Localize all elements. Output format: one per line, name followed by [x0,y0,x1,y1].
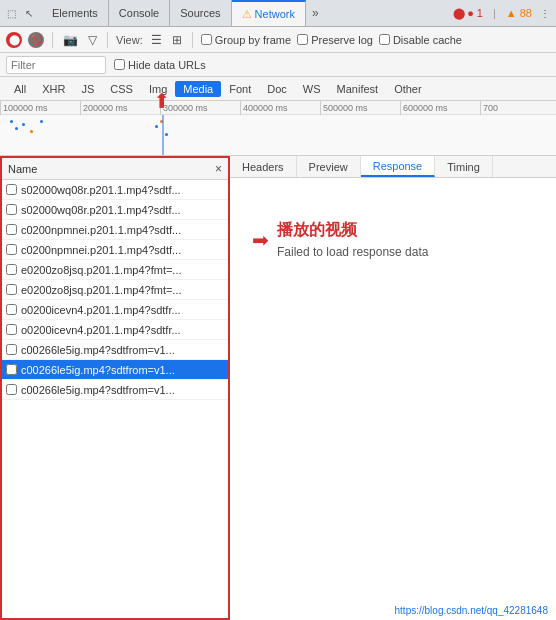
list-item-checkbox-5[interactable] [6,284,17,295]
list-item-name-1: s02000wq08r.p201.1.mp4?sdtf... [21,204,224,216]
toolbar: ⬤ 🚫 📷 ▽ View: ☰ ⊞ Group by frame Preserv… [0,27,556,53]
timeline: 100000 ms 200000 ms 300000 ms 400000 ms … [0,101,556,156]
tab-other[interactable]: Other [386,81,430,97]
record-button[interactable]: ⬤ [6,32,22,48]
filter-icon[interactable]: ▽ [86,31,99,49]
top-bar-right: ⬤ ● 1 | ▲ 88 ⋮ [447,6,552,20]
list-item-checkbox-10[interactable] [6,384,17,395]
timeline-ruler: 100000 ms 200000 ms 300000 ms 400000 ms … [0,101,556,115]
right-tabs: Headers Preview Response Timing [230,156,556,178]
group-by-frame-checkbox[interactable] [201,34,212,45]
right-tab-preview[interactable]: Preview [297,156,361,177]
list-item-name-3: c0200npmnei.p201.1.mp4?sdtf... [21,244,224,256]
list-item-name-7: o0200icevn4.p201.1.mp4?sdtfr... [21,324,224,336]
annotation-arrow: ➡ [252,228,269,252]
list-item[interactable]: o0200icevn4.p201.1.mp4?sdtfr... [2,320,228,340]
list-header: Name × [2,158,228,180]
list-item[interactable]: e0200zo8jsq.p201.1.mp4?fmt=... [2,280,228,300]
list-item-name-2: c0200npmnei.p201.1.mp4?sdtf... [21,224,224,236]
error-badge: ⬤ ● 1 [453,7,483,20]
tab-media[interactable]: Media [175,81,221,97]
list-item-name-6: o0200icevn4.p201.1.mp4?sdtfr... [21,304,224,316]
list-item-name-9: c00266le5ig.mp4?sdtfrom=v1... [21,364,224,376]
tab-doc[interactable]: Doc [259,81,295,97]
list-item-name-8: c00266le5ig.mp4?sdtfrom=v1... [21,344,224,356]
timeline-mark-6: 700 [480,101,498,115]
tab-ws[interactable]: WS [295,81,329,97]
group-by-frame-label[interactable]: Group by frame [201,34,291,46]
inspect-icon[interactable]: ↖ [22,6,36,20]
list-item-checkbox-4[interactable] [6,264,17,275]
view-list-icon[interactable]: ☰ [149,31,164,49]
list-item-name-10: c00266le5ig.mp4?sdtfrom=v1... [21,384,224,396]
timeline-mark-3: 400000 ms [240,101,288,115]
tab-js[interactable]: JS [73,81,102,97]
list-item[interactable]: c0200npmnei.p201.1.mp4?sdtf... [2,240,228,260]
list-item-name-4: e0200zo8jsq.p201.1.mp4?fmt=... [21,264,224,276]
tab-font[interactable]: Font [221,81,259,97]
list-item-checkbox-8[interactable] [6,344,17,355]
dock-icon[interactable]: ⬚ [4,6,18,20]
list-close-button[interactable]: × [215,162,222,176]
right-tab-timing[interactable]: Timing [435,156,493,177]
tab-xhr[interactable]: XHR [34,81,73,97]
disable-cache-checkbox[interactable] [379,34,390,45]
list-item-checkbox-9[interactable] [6,364,17,375]
list-item-checkbox-0[interactable] [6,184,17,195]
list-item-checkbox-6[interactable] [6,304,17,315]
preserve-log-checkbox[interactable] [297,34,308,45]
list-item[interactable]: s02000wq08r.p201.1.mp4?sdtf... [2,180,228,200]
timeline-mark-4: 500000 ms [320,101,368,115]
kebab-icon[interactable]: ⋮ [538,6,552,20]
list-item[interactable]: e0200zo8jsq.p201.1.mp4?fmt=... [2,260,228,280]
dot-3 [22,123,25,126]
filter-bar: Hide data URLs [0,53,556,77]
view-grid-icon[interactable]: ⊞ [170,31,184,49]
dot-2 [15,127,18,130]
list-item[interactable]: c0200npmnei.p201.1.mp4?sdtf... [2,220,228,240]
list-item[interactable]: o0200icevn4.p201.1.mp4?sdtfr... [2,300,228,320]
right-tab-headers[interactable]: Headers [230,156,297,177]
warning-icon: ⚠ [242,8,252,21]
tab-elements[interactable]: Elements [42,0,109,26]
tab-manifest[interactable]: Manifest [329,81,387,97]
list-item-checkbox-7[interactable] [6,324,17,335]
hide-data-urls-checkbox[interactable] [114,59,125,70]
list-item-checkbox-1[interactable] [6,204,17,215]
timeline-mark-1: 200000 ms [80,101,128,115]
list-item-checkbox-3[interactable] [6,244,17,255]
dot-6 [155,125,158,128]
list-item-checkbox-2[interactable] [6,224,17,235]
right-tab-response[interactable]: Response [361,156,436,177]
list-item-selected[interactable]: c00266le5ig.mp4?sdtfrom=v1... [2,360,228,380]
filter-input[interactable] [6,56,106,74]
view-label: View: [116,34,143,46]
list-item-name-5: e0200zo8jsq.p201.1.mp4?fmt=... [21,284,224,296]
timeline-dots [0,115,556,155]
tab-css[interactable]: CSS [102,81,141,97]
type-tabs: All XHR JS CSS Img Media Font Doc WS Man… [0,77,556,101]
tab-all[interactable]: All [6,81,34,97]
clear-button[interactable]: 🚫 [28,32,44,48]
watermark: https://blog.csdn.net/qq_42281648 [395,605,548,616]
main-content: Name × s02000wq08r.p201.1.mp4?sdtf... s0… [0,156,556,620]
tab-console[interactable]: Console [109,0,170,26]
camera-icon[interactable]: 📷 [61,31,80,49]
network-list: Name × s02000wq08r.p201.1.mp4?sdtf... s0… [0,156,230,620]
list-item[interactable]: s02000wq08r.p201.1.mp4?sdtf... [2,200,228,220]
hide-data-urls-label[interactable]: Hide data URLs [114,59,206,71]
tab-sources[interactable]: Sources [170,0,231,26]
annotation-text-cn: 播放的视频 [277,220,428,241]
annotation-text-en: Failed to load response data [277,245,428,259]
tab-more[interactable]: » [306,0,325,26]
timeline-selected-line [162,115,164,155]
list-items: s02000wq08r.p201.1.mp4?sdtf... s02000wq0… [2,180,228,618]
top-bar-icons: ⬚ ↖ [4,6,36,20]
list-item[interactable]: c00266le5ig.mp4?sdtfrom=v1... [2,380,228,400]
warning-badge: ▲ 88 [506,7,532,19]
preserve-log-label[interactable]: Preserve log [297,34,373,46]
disable-cache-label[interactable]: Disable cache [379,34,462,46]
dot-4 [30,130,33,133]
tab-network[interactable]: ⚠ Network [232,0,306,26]
list-item[interactable]: c00266le5ig.mp4?sdtfrom=v1... [2,340,228,360]
